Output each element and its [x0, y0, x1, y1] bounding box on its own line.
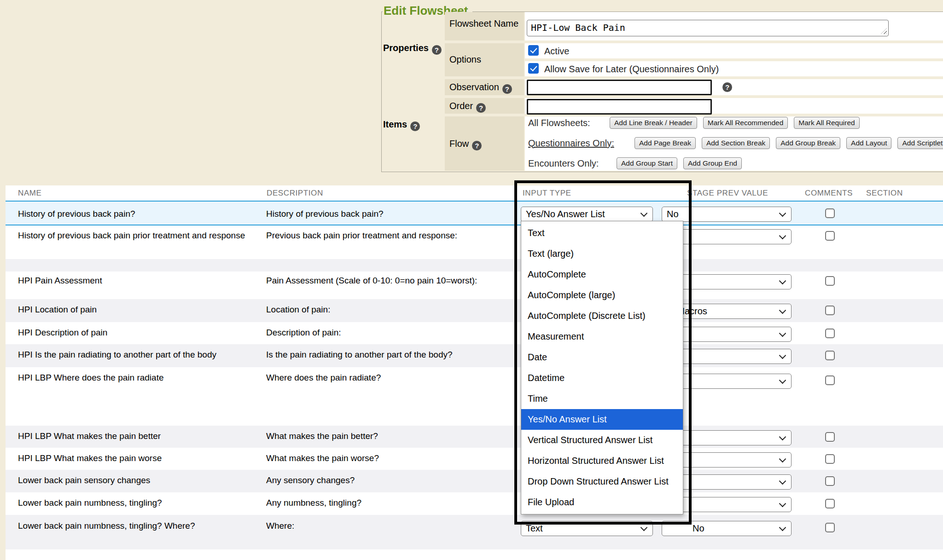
active-checkbox[interactable]: [528, 45, 539, 56]
row-description: History of previous back pain?: [266, 208, 483, 219]
table-row[interactable]: Lower back pain sensory changesAny senso…: [6, 470, 943, 492]
observation-label-cell: Observation: [445, 79, 524, 95]
dropdown-option-horizontal-structured-answer-list[interactable]: Horizontal Structured Answer List: [521, 450, 683, 471]
column-header-name: NAME: [18, 189, 42, 198]
dropdown-option-autocomplete-discrete-list[interactable]: AutoComplete (Discrete List): [521, 306, 683, 326]
items-label-text: Items: [383, 119, 407, 129]
dropdown-option-yes-no-answer-list[interactable]: Yes/No Answer List: [521, 409, 683, 430]
comments-checkbox[interactable]: [825, 208, 835, 218]
row-description: Any numbness, tingling?: [266, 497, 483, 508]
dropdown-option-datetime[interactable]: Datetime: [521, 368, 683, 388]
comments-checkbox[interactable]: [825, 476, 835, 486]
comments-checkbox[interactable]: [825, 306, 835, 315]
flow-line-label: All Flowsheets:: [528, 118, 604, 128]
comments-checkbox[interactable]: [825, 454, 835, 464]
add-layout-button[interactable]: Add Layout: [846, 137, 891, 149]
column-header-comments: COMMENTS: [805, 189, 853, 198]
dropdown-option-autocomplete-large[interactable]: AutoComplete (large): [521, 285, 683, 306]
order-label-cell: Order: [445, 98, 524, 114]
flow-line-label: Questionnaires Only:: [528, 138, 629, 149]
stage-prev-select-value: No: [667, 523, 704, 534]
table-row[interactable]: HPI LBP What makes the pain betterWhat m…: [6, 426, 943, 448]
items-section-label: Items: [383, 119, 420, 131]
flowsheet-name-textarea[interactable]: HPI-Low Back Pain: [527, 20, 889, 36]
input-type-select-value: Text: [526, 523, 543, 534]
observation-field-help-icon[interactable]: [722, 82, 732, 92]
flow-line-label: Encounters Only:: [528, 158, 611, 169]
row-name: HPI LBP Where does the pain radiate: [18, 372, 257, 383]
add-page-break-button[interactable]: Add Page Break: [634, 137, 696, 149]
mark-all-recommended-button[interactable]: Mark All Recommended: [703, 117, 788, 129]
row-description: What makes the pain worse?: [266, 453, 483, 464]
dropdown-option-date[interactable]: Date: [521, 347, 683, 368]
input-type-select[interactable]: Text: [521, 521, 653, 536]
dropdown-option-measurement[interactable]: Measurement: [521, 326, 683, 347]
comments-checkbox[interactable]: [825, 375, 835, 385]
table-row[interactable]: HPI Location of painLocation of pain:to …: [6, 299, 943, 322]
column-header-section: SECTION: [866, 189, 903, 198]
dropdown-option-drop-down-structured-answer-list[interactable]: Drop Down Structured Answer List: [521, 471, 683, 492]
stage-prev-select-value: No: [667, 209, 679, 219]
comments-checkbox[interactable]: [825, 523, 835, 532]
dropdown-option-vertical-structured-answer-list[interactable]: Vertical Structured Answer List: [521, 430, 683, 450]
column-header-stage-prev-value: STAGE PREV VALUE: [687, 189, 768, 198]
add-group-start-button[interactable]: Add Group Start: [617, 157, 677, 169]
order-input[interactable]: [527, 99, 712, 115]
table-row[interactable]: HPI Is the pain radiating to another par…: [6, 344, 943, 367]
flow-line-all-flowsheets: All Flowsheets:Add Line Break / HeaderMa…: [528, 117, 860, 129]
row-name: Lower back pain numbness, tingling? Wher…: [18, 520, 257, 531]
flow-help-icon[interactable]: [472, 141, 482, 150]
add-group-end-button[interactable]: Add Group End: [683, 157, 742, 169]
table-row[interactable]: History of previous back pain prior trea…: [6, 225, 943, 259]
table-row[interactable]: HPI LBP Where does the pain radiateWhere…: [6, 367, 943, 426]
dropdown-option-file-upload[interactable]: File Upload: [521, 492, 683, 513]
stage-prev-value-select[interactable]: No: [662, 207, 792, 222]
row-description: Where does the pain radiate?: [266, 372, 483, 383]
input-type-select[interactable]: Yes/No Answer List: [521, 207, 653, 222]
column-header-input-type: INPUT TYPE: [523, 189, 571, 198]
row-name: HPI Location of pain: [18, 304, 257, 315]
table-row[interactable]: Lower back pain numbness, tingling? Wher…: [6, 515, 943, 549]
flow-line-encounters-only: Encounters Only:Add Group StartAdd Group…: [528, 157, 742, 169]
add-line-break-header-button[interactable]: Add Line Break / Header: [610, 117, 697, 129]
comments-checkbox[interactable]: [825, 432, 835, 442]
option-active-cell: [525, 43, 943, 58]
dropdown-option-time[interactable]: Time: [521, 388, 683, 409]
comments-checkbox[interactable]: [825, 329, 835, 338]
add-scriptlet-button[interactable]: Add Scriptlet: [897, 137, 943, 149]
add-section-break-button[interactable]: Add Section Break: [702, 137, 770, 149]
dropdown-option-text[interactable]: Text: [521, 223, 683, 243]
comments-checkbox[interactable]: [825, 351, 835, 360]
flow-line-questionnaires-only: Questionnaires Only:Add Page BreakAdd Se…: [528, 137, 943, 149]
input-type-select-value: Yes/No Answer List: [526, 209, 605, 219]
order-help-icon[interactable]: [476, 103, 486, 113]
dropdown-option-autocomplete[interactable]: AutoComplete: [521, 264, 683, 285]
options-label-cell: Options: [445, 43, 524, 76]
table-row[interactable]: HPI Description of painDescription of pa…: [6, 322, 943, 344]
properties-help-icon[interactable]: [432, 45, 442, 55]
column-header-description: DESCRIPTION: [267, 189, 323, 198]
row-name: Lower back pain sensory changes: [18, 475, 257, 486]
flowsheet-name-label-cell: Flowsheet Name: [445, 12, 524, 40]
stage-prev-value-select[interactable]: No: [662, 521, 792, 536]
dropdown-option-text-large[interactable]: Text (large): [521, 243, 683, 264]
comments-checkbox[interactable]: [825, 499, 835, 508]
mark-all-required-button[interactable]: Mark All Required: [794, 117, 859, 129]
allow-save-checkbox[interactable]: [528, 63, 539, 74]
comments-checkbox[interactable]: [825, 231, 835, 241]
observation-input[interactable]: [527, 80, 712, 95]
options-label: Options: [449, 54, 481, 65]
table-row[interactable]: Lower back pain numbness, tingling?Any n…: [6, 492, 943, 515]
active-checkbox-label: Active: [544, 46, 569, 57]
allow-save-checkbox-label: Allow Save for Later (Questionnaires Onl…: [544, 64, 719, 75]
comments-checkbox[interactable]: [825, 276, 835, 286]
observation-help-icon[interactable]: [502, 84, 512, 94]
items-help-icon[interactable]: [410, 121, 420, 131]
add-group-break-button[interactable]: Add Group Break: [776, 137, 840, 149]
table-row[interactable]: History of previous back pain?History of…: [6, 201, 943, 225]
row-description: What makes the pain better?: [266, 431, 483, 442]
table-row[interactable]: HPI Pain AssessmentPain Assessment (Scal…: [6, 271, 943, 299]
table-row[interactable]: HPI LBP What makes the pain worseWhat ma…: [6, 448, 943, 470]
edit-flowsheet-screen: NAMEDESCRIPTIONINPUT TYPESTAGE PREV VALU…: [0, 0, 943, 560]
row-name: HPI LBP What makes the pain worse: [18, 453, 257, 464]
